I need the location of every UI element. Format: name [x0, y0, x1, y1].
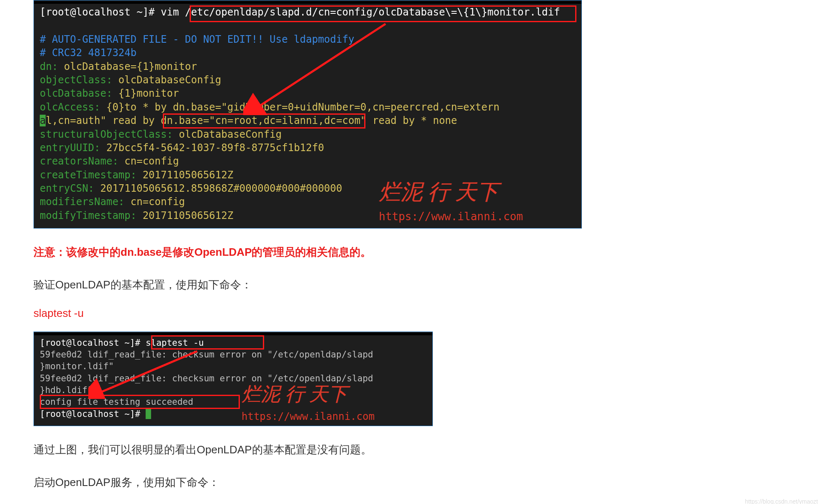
key: entryCSN:: [40, 183, 94, 194]
val: {1}monitor: [112, 87, 179, 99]
key: createTimestamp:: [40, 169, 136, 181]
key: entryUUID:: [40, 142, 100, 154]
key: creatorsName:: [40, 155, 118, 167]
out-line: 59fee0d2 ldif_read_file: checksum error …: [40, 350, 373, 360]
out-line: }hdb.ldif": [40, 385, 93, 395]
comment-line: # AUTO-GENERATED FILE - DO NOT EDIT!! Us…: [40, 33, 360, 45]
cursor-hl: a: [40, 115, 46, 126]
cursor: █: [146, 409, 151, 419]
val: olcDatabase={1}monitor: [58, 61, 197, 72]
slaptest-cmd: slaptest -u: [146, 338, 204, 348]
verify-paragraph: 验证OpenLDAP的基本配置，使用如下命令：: [33, 275, 712, 294]
prompt: [root@localhost ~]#: [40, 409, 146, 419]
crc-line: # CRC32 4817324b: [40, 47, 136, 59]
val: 20171105065612Z: [136, 169, 233, 181]
prompt: [root@localhost ~]#: [40, 338, 146, 348]
conclusion-paragraph: 通过上图，我们可以很明显的看出OpenLDAP的基本配置是没有问题。: [33, 440, 712, 459]
slaptest-command: slaptest -u: [33, 307, 712, 320]
val: 20171105065612.859868Z#000000#000#000000: [94, 183, 342, 194]
page-watermark: https://blog.csdn.net/ymaozt: [745, 498, 818, 504]
val: 27bcc5f4-5642-1037-89f8-8775cf1b12f0: [100, 142, 324, 154]
val: olcDatabaseConfig: [173, 129, 282, 140]
val: l,cn=auth" read by: [46, 115, 161, 126]
out-line: 59fee0d2 ldif_read_file: checksum error …: [40, 373, 373, 383]
key: olcDatabase:: [40, 87, 112, 99]
key: olcAccess:: [40, 101, 100, 113]
success-line: config file testing succeeded: [40, 397, 193, 407]
out-line: }monitor.ldif": [40, 361, 114, 371]
val: cn=config: [118, 155, 179, 167]
prompt: [root@localhost ~]#: [40, 6, 161, 18]
key: modifiersName:: [40, 196, 124, 208]
key: objectClass:: [40, 74, 112, 86]
note-red-paragraph: 注意：该修改中的dn.base是修改OpenLDAP的管理员的相关信息的。: [33, 243, 712, 261]
val: 20171105065612Z: [136, 210, 233, 221]
val: cn=config: [124, 196, 185, 208]
key: dn:: [40, 61, 58, 72]
terminal-block-1: [root@localhost ~]# vim /etc/openldap/sl…: [33, 0, 582, 229]
val: {0}to * by dn.base="gidNumber=0+uidNumbe…: [100, 101, 500, 113]
key: structuralObjectClass:: [40, 129, 173, 140]
val: read by * none: [366, 115, 457, 126]
key: modifyTimestamp:: [40, 210, 136, 221]
terminal-block-2: [root@localhost ~]# slaptest -u 59fee0d2…: [33, 332, 433, 426]
dn-base-hl: dn.base="cn=root,dc=ilanni,dc=com": [161, 115, 366, 126]
vim-command: vim /etc/openldap/slapd.d/cn=config/olcD…: [161, 6, 560, 18]
val: olcDatabaseConfig: [112, 74, 221, 86]
start-service-paragraph: 启动OpenLDAP服务，使用如下命令：: [33, 473, 712, 491]
